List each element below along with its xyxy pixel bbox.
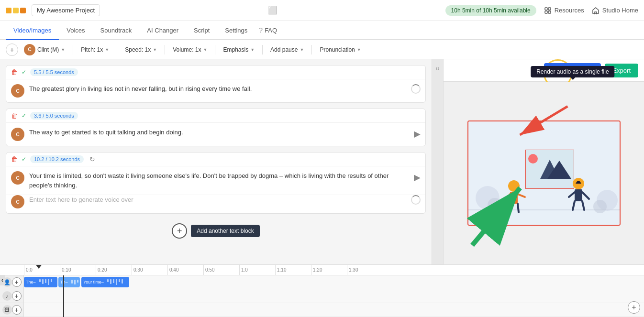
logo-square-2 [13,8,19,13]
add-voice-button[interactable]: + [6,44,18,56]
volume-chevron-icon: ▼ [203,47,208,52]
studio-home-button[interactable]: Studio Home [592,7,638,14]
ruler-mark-9: 1:30 [347,265,383,275]
block-text-2[interactable]: The way to get started is to quit talkin… [29,128,409,137]
emphasis-selector[interactable]: Emphasis ▼ [219,44,258,55]
nav-tabs: Video/Images Voices Soundtrack AI Change… [0,21,644,40]
separator-3 [165,45,165,55]
block-delete-1[interactable]: 🗑 [11,68,18,76]
studio-home-label: Studio Home [602,7,638,14]
separator-4 [215,45,215,55]
ruler-mark-3: 0:30 [132,265,167,275]
project-name-button[interactable]: My Awesome Project [32,4,100,16]
block-play-2[interactable]: ▶ [414,129,421,139]
ruler-mark-4: 0:40 [167,265,203,275]
emphasis-label: Emphasis [223,46,248,53]
timeline-back-button[interactable]: ‹ [0,275,5,285]
svg-point-30 [593,200,607,213]
track-image-icon[interactable]: 🖼 [2,305,12,315]
separator-6 [311,45,312,55]
illustration [468,121,621,226]
tab-settings[interactable]: Settings [217,21,255,40]
separator-5 [262,45,263,55]
add-block-label[interactable]: Add another text block [191,225,259,237]
svg-line-20 [518,204,519,212]
top-bar: My Awesome Project ⬜ 10h 5min of 10h 5mi… [0,0,644,21]
pitch-chevron-icon: ▼ [105,47,109,52]
svg-line-19 [509,204,510,212]
track-control-music: ♪ + [0,289,23,303]
pronunciation-chevron-icon: ▼ [357,47,361,52]
main-content: 🗑 ✓ 5.5 / 5.5 seconds C The greatest glo… [0,59,644,264]
voice-clip-3[interactable]: Your time– [81,277,129,287]
svg-rect-2 [545,11,547,13]
tab-video-images[interactable]: Video/Images [6,21,59,40]
playhead [63,275,64,317]
block-check-3: ✓ [22,156,26,163]
svg-rect-1 [548,8,551,10]
pronunciation-label: Pronunciation [320,46,355,53]
speed-chevron-icon: ▼ [153,47,157,52]
pitch-selector[interactable]: Pitch: 1x ▼ [77,44,113,55]
preview-toolbar: Build Audio Render audio as a single fil… [444,59,644,82]
tab-voices[interactable]: Voices [59,21,92,40]
add-block-circle-button[interactable]: + [172,223,187,239]
block-delete-3[interactable]: 🗑 [11,155,18,163]
volume-label: Volume: 1x [173,46,201,53]
resources-icon [544,7,552,14]
add-pause-selector[interactable]: Add pause ▼ [266,44,308,55]
block-header-3: 🗑 ✓ 10.2 / 10.2 seconds ↻ [6,153,425,166]
block-loading-1 [411,84,421,94]
block-time-1: 5.5 / 5.5 seconds [30,68,78,76]
script-block-3: 🗑 ✓ 10.2 / 10.2 seconds ↻ C Your time is… [6,152,426,214]
pause-chevron-icon: ▼ [300,47,304,52]
block-loading-4 [411,195,421,205]
logo [6,8,26,13]
track-image-add[interactable]: + [12,305,22,315]
panel-toggle[interactable]: ‹‹ [432,59,443,264]
svg-point-15 [508,180,520,192]
logo-square-3 [20,8,26,13]
preview-panel: Build Audio Render audio as a single fil… [443,59,644,264]
pronunciation-selector[interactable]: Pronunciation ▼ [316,44,365,55]
faq-link[interactable]: ? FAQ [259,26,277,34]
block-delete-2[interactable]: 🗑 [11,112,18,120]
block-refresh-3[interactable]: ↻ [89,155,95,163]
block-time-3: 10.2 / 10.2 seconds [30,155,84,163]
music-track-row [24,289,644,303]
block-header-2: 🗑 ✓ 3.6 / 5.0 seconds [6,109,425,123]
emphasis-chevron-icon: ▼ [250,47,255,52]
block-text-1[interactable]: The greatest glory in living lies not in… [29,84,406,94]
build-audio-container: Build Audio Render audio as a single fil… [544,63,601,77]
ruler-mark-6: 1:0 [239,265,275,275]
add-block-row: + Add another text block [6,219,426,242]
track-music-add[interactable]: + [12,291,22,301]
voice-selector[interactable]: C Clint (M) ▼ [20,42,69,57]
speaker-avatar-4: C [11,195,24,208]
timeline-tracks: 👤 + ♪ + 🖼 + The– [0,275,644,317]
block-text-3[interactable]: Your time is limited, so don't waste it … [29,171,409,190]
track-voice-add[interactable]: + [12,277,22,287]
timeline-add-button[interactable]: + [628,301,640,314]
tab-ai-changer[interactable]: AI Changer [139,21,186,40]
tab-script[interactable]: Script [186,21,217,40]
faq-label: FAQ [265,27,277,34]
volume-selector[interactable]: Volume: 1x ▼ [169,44,211,55]
block-body-3: C Your time is limited, so don't waste i… [6,166,425,195]
voice-clip-1[interactable]: The– [24,277,57,287]
speaker-avatar-1: C [11,84,24,98]
script-block-2: 🗑 ✓ 3.6 / 5.0 seconds C The way to get s… [6,109,426,146]
block-play-3[interactable]: ▶ [414,172,421,183]
tab-soundtrack[interactable]: Soundtrack [93,21,140,40]
ruler-mark-2: 0:20 [96,265,132,275]
ruler-mark-5: 0:50 [203,265,239,275]
track-music-icon[interactable]: ♪ [2,291,12,301]
block-placeholder-text[interactable]: Enter text here to generate voice over [29,195,406,205]
resources-button[interactable]: Resources [544,7,584,14]
track-area[interactable]: The– Th– Your time– [24,275,644,317]
voice-clip-2[interactable]: Th– [58,277,80,287]
speed-selector[interactable]: Speed: 1x ▼ [121,44,161,55]
clip-label-1: The– [24,280,38,284]
pitch-label: Pitch: 1x [81,46,103,53]
script-panel[interactable]: 🗑 ✓ 5.5 / 5.5 seconds C The greatest glo… [0,59,432,264]
